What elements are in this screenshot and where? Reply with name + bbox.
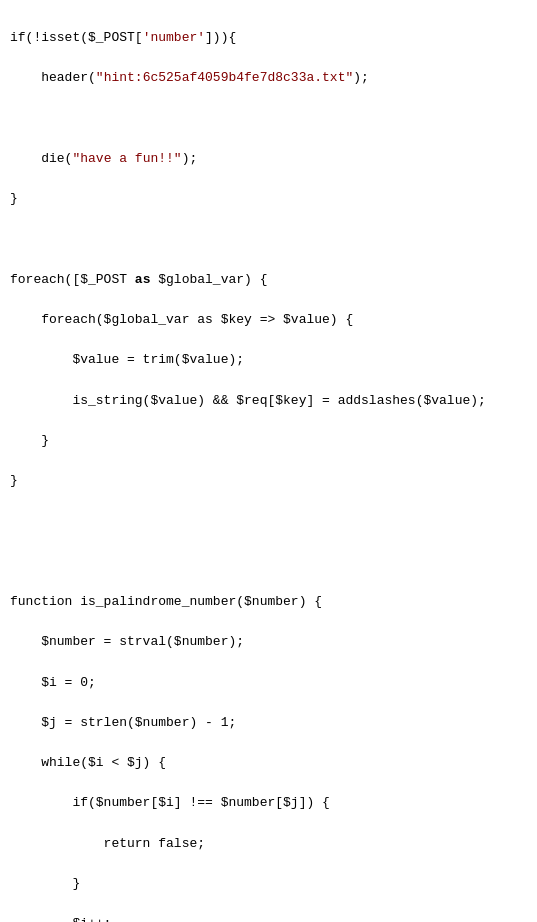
code-line-18: $j = strlen($number) - 1; xyxy=(10,713,527,733)
code-line-21: return false; xyxy=(10,834,527,854)
code-line-19: while($i < $j) { xyxy=(10,753,527,773)
code-line-6 xyxy=(10,230,527,250)
code-line-1: if(!isset($_POST['number'])){ xyxy=(10,28,527,48)
code-line-17: $i = 0; xyxy=(10,673,527,693)
code-line-2: header("hint:6c525af4059b4fe7d8c33a.txt"… xyxy=(10,68,527,88)
code-line-14 xyxy=(10,552,527,572)
code-line-15: function is_palindrome_number($number) { xyxy=(10,592,527,612)
code-line-7: foreach([$_POST as $global_var) { xyxy=(10,270,527,290)
code-line-23: $i++; xyxy=(10,914,527,922)
code-line-4: die("have a fun!!"); xyxy=(10,149,527,169)
code-line-20: if($number[$i] !== $number[$j]) { xyxy=(10,793,527,813)
code-line-11: } xyxy=(10,431,527,451)
code-line-22: } xyxy=(10,874,527,894)
code-line-10: is_string($value) && $req[$key] = addsla… xyxy=(10,391,527,411)
code-editor: if(!isset($_POST['number'])){ header("hi… xyxy=(0,0,537,922)
code-line-8: foreach($global_var as $key => $value) { xyxy=(10,310,527,330)
code-line-3 xyxy=(10,109,527,129)
code-line-9: $value = trim($value); xyxy=(10,350,527,370)
code-line-13 xyxy=(10,512,527,532)
code-line-16: $number = strval($number); xyxy=(10,632,527,652)
code-line-12: } xyxy=(10,471,527,491)
code-line-5: } xyxy=(10,189,527,209)
